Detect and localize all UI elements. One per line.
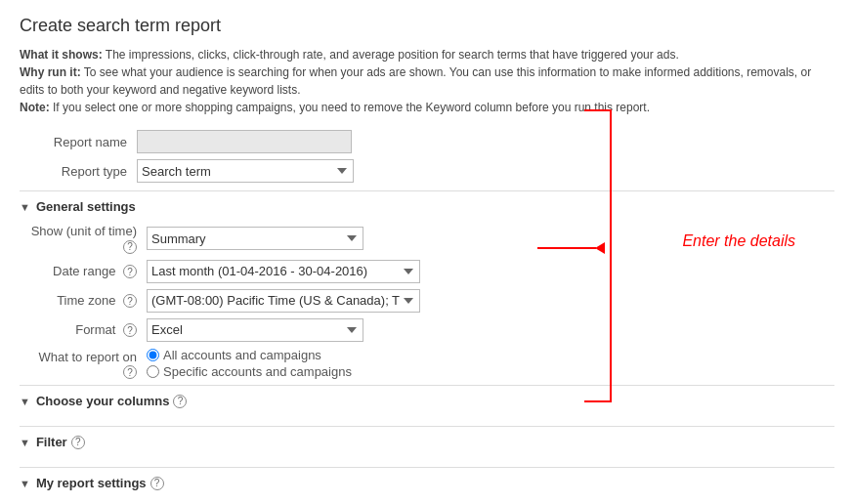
annotation-arrow: [537, 242, 605, 254]
what-it-shows-text: The impressions, clicks, click-through r…: [106, 48, 679, 62]
what-it-shows-label: What it shows:: [20, 48, 103, 62]
my-report-settings-content: [20, 500, 834, 504]
filter-chevron-icon: ▼: [20, 437, 30, 448]
radio-specific-accounts[interactable]: Specific accounts and campaigns: [147, 364, 352, 379]
time-zone-label: Time zone ?: [29, 293, 147, 309]
choose-columns-title: Choose your columns: [36, 394, 170, 408]
report-name-row: Report name: [20, 130, 834, 153]
time-zone-select[interactable]: (GMT-08:00) Pacific Time (US & Canada); …: [147, 289, 420, 313]
format-help-icon[interactable]: ?: [123, 323, 137, 337]
report-name-input[interactable]: [137, 130, 352, 153]
what-to-report-options: All accounts and campaigns Specific acco…: [147, 348, 352, 379]
radio-specific-input[interactable]: [147, 365, 159, 378]
format-row: Format ? ExcelCSVTSVXML: [29, 318, 834, 342]
report-type-select[interactable]: Search term: [137, 159, 354, 183]
note-text: If you select one or more shopping campa…: [53, 101, 650, 114]
info-box: What it shows: The impressions, clicks, …: [20, 46, 834, 116]
show-select[interactable]: SummaryDayWeekMonthQuarterYear: [147, 227, 363, 250]
date-range-help-icon[interactable]: ?: [123, 265, 137, 278]
time-zone-help-icon[interactable]: ?: [123, 294, 137, 308]
bracket-vertical-line: [610, 109, 612, 400]
my-report-settings-header[interactable]: ▼ My report settings ?: [20, 467, 834, 496]
report-name-label: Report name: [20, 135, 137, 149]
filter-content: [20, 459, 834, 463]
why-run-label: Why run it:: [20, 65, 81, 79]
format-select[interactable]: ExcelCSVTSVXML: [147, 318, 363, 342]
format-label: Format ?: [29, 322, 147, 338]
time-zone-row: Time zone ? (GMT-08:00) Pacific Time (US…: [29, 289, 834, 313]
choose-columns-help-icon[interactable]: ?: [173, 395, 187, 408]
filter-header[interactable]: ▼ Filter ?: [20, 426, 834, 455]
general-settings-header[interactable]: ▼ General settings: [20, 190, 834, 220]
what-to-report-help-icon[interactable]: ?: [123, 365, 137, 379]
page-title: Create search term report: [20, 16, 834, 36]
choose-columns-chevron-icon: ▼: [20, 396, 30, 407]
date-range-row: Date range ? Last month (01-04-2016 - 30…: [29, 260, 834, 283]
date-range-select[interactable]: Last month (01-04-2016 - 30-04-2016): [147, 260, 420, 283]
choose-columns-header[interactable]: ▼ Choose your columns ?: [20, 385, 834, 414]
filter-title: Filter: [36, 435, 67, 449]
my-report-settings-help-icon[interactable]: ?: [150, 477, 164, 490]
bracket-bottom-line: [584, 400, 612, 402]
choose-columns-content: [20, 418, 834, 422]
report-type-row: Report type Search term: [20, 159, 834, 183]
why-run-text: To see what your audience is searching f…: [20, 65, 811, 97]
general-settings-chevron-icon: ▼: [20, 201, 30, 213]
annotation-text: Enter the details: [682, 232, 795, 250]
radio-all-accounts[interactable]: All accounts and campaigns: [147, 348, 352, 362]
my-report-settings-title: My report settings: [36, 476, 147, 490]
report-form: Report name Report type Search term: [20, 130, 834, 183]
what-to-report-row: What to report on ? All accounts and cam…: [29, 348, 834, 380]
date-range-label: Date range ?: [29, 264, 147, 279]
note-label: Note:: [20, 101, 50, 114]
my-report-settings-chevron-icon: ▼: [20, 478, 30, 489]
general-settings-title: General settings: [36, 199, 136, 214]
filter-help-icon[interactable]: ?: [71, 436, 85, 449]
show-help-icon[interactable]: ?: [123, 240, 137, 254]
show-label: Show (unit of time) ?: [29, 224, 147, 254]
radio-all-input[interactable]: [147, 349, 159, 361]
report-type-label: Report type: [20, 164, 137, 179]
what-to-report-label: What to report on ?: [29, 348, 147, 380]
bracket-top-line: [584, 109, 612, 111]
